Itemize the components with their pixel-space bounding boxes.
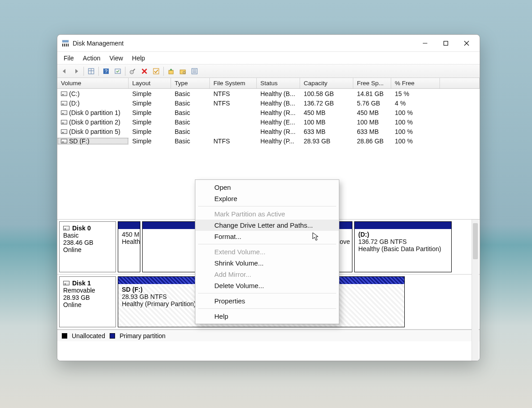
partition-content: (D:)136.72 GB NTFSHealthy (Basic Data Pa… xyxy=(355,229,451,272)
cell: Simple xyxy=(129,128,171,135)
volume-row[interactable]: (Disk 0 partition 2)SimpleBasicHealthy (… xyxy=(57,117,480,127)
cell: Simple xyxy=(129,100,171,107)
titlebar[interactable]: Disk Management xyxy=(57,35,480,52)
ctx-properties[interactable]: Properties xyxy=(195,295,339,307)
cell: Simple xyxy=(129,90,171,97)
grid-icon[interactable] xyxy=(86,66,97,76)
volume-row[interactable]: (D:)SimpleBasicNTFSHealthy (B...136.72 G… xyxy=(57,98,480,108)
volume-row[interactable]: (Disk 0 partition 1)SimpleBasicHealthy (… xyxy=(57,108,480,117)
svg-text:?: ? xyxy=(105,69,107,74)
col-status[interactable]: Status xyxy=(257,78,300,88)
col-layout[interactable]: Layout xyxy=(129,78,171,88)
menu-help[interactable]: Help xyxy=(128,54,150,63)
cell: 100 % xyxy=(391,138,440,145)
cell: 100 % xyxy=(391,119,440,126)
menubar: File Action View Help xyxy=(57,52,480,64)
close-button[interactable] xyxy=(456,36,477,50)
col-type[interactable]: Type xyxy=(171,78,210,88)
col-freespace[interactable]: Free Sp... xyxy=(353,78,391,88)
menu-file[interactable]: File xyxy=(59,54,79,63)
col-capacity[interactable]: Capacity xyxy=(300,78,353,88)
cell: NTFS xyxy=(210,138,257,145)
check-icon[interactable] xyxy=(151,66,162,76)
toolbar: ? xyxy=(57,64,480,78)
legend-unallocated: Unallocated xyxy=(72,332,105,339)
cell: 4 % xyxy=(391,100,440,107)
svg-point-10 xyxy=(130,70,134,74)
up-icon[interactable] xyxy=(166,66,176,76)
cell: 100 % xyxy=(391,128,440,135)
cell: 136.72 GB xyxy=(300,100,353,107)
ctx-help[interactable]: Help xyxy=(195,311,339,322)
cell: Basic xyxy=(171,138,210,145)
disk-label[interactable]: Disk 1Removable28.93 GBOnline xyxy=(59,276,116,327)
cell: Simple xyxy=(129,119,171,126)
cell: Basic xyxy=(171,109,210,116)
svg-rect-15 xyxy=(169,70,173,74)
partition-bar xyxy=(355,222,451,229)
delete-icon[interactable] xyxy=(139,66,150,76)
back-icon[interactable] xyxy=(59,66,70,76)
app-icon xyxy=(62,40,69,47)
col-filesystem[interactable]: File System xyxy=(210,78,257,88)
ctx-format[interactable]: Format... xyxy=(195,231,339,242)
forward-icon[interactable] xyxy=(71,66,82,76)
properties-icon[interactable] xyxy=(189,66,200,76)
maximize-button[interactable] xyxy=(435,36,456,50)
volume-row[interactable]: (Disk 0 partition 5)SimpleBasicHealthy (… xyxy=(57,127,480,136)
ctx-separator xyxy=(198,293,336,293)
context-menu: Open Explore Mark Partition as Active Ch… xyxy=(195,179,339,324)
ctx-delete-volume[interactable]: Delete Volume... xyxy=(195,280,339,291)
folder-search-icon[interactable] xyxy=(177,66,188,76)
partition[interactable]: (D:)136.72 GB NTFSHealthy (Basic Data Pa… xyxy=(354,221,452,272)
cell: Healthy (E... xyxy=(257,119,300,126)
ctx-add-mirror: Add Mirror... xyxy=(195,269,339,280)
toolbar-divider xyxy=(163,67,164,76)
menu-action[interactable]: Action xyxy=(79,54,105,63)
cell: NTFS xyxy=(210,90,257,97)
cell: 450 MB xyxy=(300,109,353,116)
cell: Healthy (P... xyxy=(257,138,300,145)
scrollbar[interactable] xyxy=(472,220,479,361)
volume-icon xyxy=(61,120,67,124)
ctx-separator xyxy=(198,244,336,244)
legend: Unallocated Primary partition xyxy=(57,330,480,341)
action-icon[interactable] xyxy=(112,66,123,76)
cell: Healthy (B... xyxy=(257,100,300,107)
ctx-explore[interactable]: Explore xyxy=(195,193,339,204)
cell: 100 MB xyxy=(353,119,391,126)
volume-row[interactable]: (C:)SimpleBasicNTFSHealthy (B...100.58 G… xyxy=(57,89,480,98)
svg-rect-14 xyxy=(153,69,159,74)
volume-icon xyxy=(61,92,67,96)
volume-row[interactable]: SD (F:)SimpleBasicNTFSHealthy (P...28.93… xyxy=(57,136,480,146)
ctx-open[interactable]: Open xyxy=(195,182,339,193)
cell: Basic xyxy=(171,128,210,135)
ctx-shrink-volume[interactable]: Shrink Volume... xyxy=(195,257,339,269)
disk-icon xyxy=(63,226,69,230)
cell: (C:) xyxy=(57,90,129,97)
svg-rect-1 xyxy=(444,41,448,45)
menu-view[interactable]: View xyxy=(105,54,127,63)
cell: 100.58 GB xyxy=(300,90,353,97)
col-volume[interactable]: Volume xyxy=(57,78,129,88)
cell: Simple xyxy=(129,109,171,116)
volume-icon xyxy=(61,101,67,105)
disk-label[interactable]: Disk 0Basic238.46 GBOnline xyxy=(59,221,116,272)
cell: (D:) xyxy=(57,100,129,107)
partition[interactable]: 450 MBHealthy (Recove xyxy=(118,221,140,272)
cell: (Disk 0 partition 1) xyxy=(57,109,129,116)
ctx-change-drive-letter[interactable]: Change Drive Letter and Paths... xyxy=(195,220,339,231)
help-icon[interactable]: ? xyxy=(101,66,111,76)
minimize-button[interactable] xyxy=(415,36,435,50)
cell: Healthy (R... xyxy=(257,109,300,116)
cell: Healthy (R... xyxy=(257,128,300,135)
scrollbar-thumb[interactable] xyxy=(473,223,478,259)
toolbar-divider xyxy=(125,67,125,76)
col-pctfree[interactable]: % Free xyxy=(391,78,440,88)
ctx-mark-partition-active: Mark Partition as Active xyxy=(195,208,339,220)
volume-icon xyxy=(61,139,67,143)
cell: Healthy (B... xyxy=(257,90,300,97)
refresh-icon[interactable] xyxy=(127,66,138,76)
cell: 28.93 GB xyxy=(300,138,353,145)
legend-primary: Primary partition xyxy=(120,332,166,339)
